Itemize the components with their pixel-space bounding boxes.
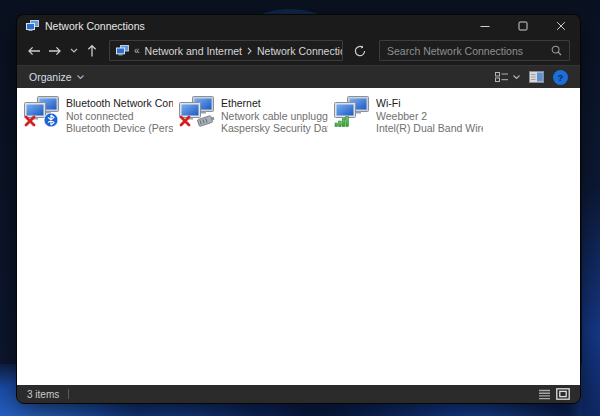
search-box[interactable]: [379, 40, 570, 61]
network-connections-window: Network Connections: [16, 14, 581, 404]
ethernet-connection-icon: [179, 96, 215, 135]
connection-item-ethernet[interactable]: Ethernet Network cable unplugged Kaspers…: [176, 95, 331, 136]
help-button[interactable]: ?: [553, 70, 568, 85]
close-button[interactable]: [542, 15, 580, 36]
change-view-button[interactable]: [495, 71, 509, 83]
address-location-icon: [116, 45, 129, 56]
connection-status: Not connected: [66, 110, 173, 123]
titlebar[interactable]: Network Connections: [17, 15, 580, 36]
statusbar-divider: [68, 389, 69, 399]
network-connections-app-icon: [26, 20, 39, 32]
connection-device: Kaspersky Security Data Escort Ad...: [221, 122, 328, 135]
breadcrumb-overflow-chevron[interactable]: «: [134, 45, 140, 56]
preview-pane-button[interactable]: [529, 71, 544, 83]
search-input[interactable]: [387, 45, 551, 57]
list-view-icon: [538, 389, 551, 400]
items-count: 3 items: [27, 389, 59, 400]
connection-item-text: Ethernet Network cable unplugged Kaspers…: [221, 96, 328, 135]
search-icon[interactable]: [551, 45, 562, 56]
breadcrumb-network-connections[interactable]: Network Connections: [257, 45, 343, 57]
status-bar: 3 items: [17, 385, 580, 403]
details-view-toggle[interactable]: [538, 389, 551, 400]
navigation-bar: « Network and Internet Network Connectio…: [17, 36, 580, 65]
window-title: Network Connections: [45, 20, 145, 32]
connections-list[interactable]: Bluetooth Network Connection Not connect…: [17, 88, 580, 385]
wifi-connection-icon: [334, 96, 370, 135]
breadcrumb-chevron-icon[interactable]: [247, 47, 252, 55]
address-bar[interactable]: « Network and Internet Network Connectio…: [109, 40, 343, 61]
connection-device: Bluetooth Device (Personal Area ...: [66, 122, 173, 135]
connection-item-wifi[interactable]: Wi-Fi Weebber 2 Intel(R) Dual Band Wirel…: [331, 95, 486, 136]
minimize-button[interactable]: [466, 15, 504, 36]
organize-label: Organize: [29, 71, 72, 83]
thumbnail-view-icon: [556, 388, 570, 400]
forward-button[interactable]: [46, 41, 64, 61]
wallpaper-right-edge: [582, 0, 600, 416]
large-icons-view-toggle[interactable]: [556, 388, 570, 400]
recent-locations-chevron[interactable]: [67, 41, 80, 61]
connection-status: Network cable unplugged: [221, 110, 328, 123]
command-toolbar: Organize ?: [17, 65, 580, 88]
organize-button[interactable]: Organize: [29, 71, 84, 83]
refresh-button[interactable]: [350, 41, 370, 61]
organize-dropdown-icon: [77, 75, 84, 79]
connection-status: Weebber 2: [376, 110, 483, 123]
preview-pane-icon: [529, 71, 544, 83]
chevron-down-icon: [513, 75, 520, 79]
connection-device: Intel(R) Dual Band Wireless-AC 82...: [376, 122, 483, 135]
breadcrumb-network-and-internet[interactable]: Network and Internet: [145, 45, 242, 57]
connection-item-bluetooth[interactable]: Bluetooth Network Connection Not connect…: [21, 95, 176, 136]
connection-name: Wi-Fi: [376, 97, 483, 110]
maximize-button[interactable]: [504, 15, 542, 36]
connection-item-text: Bluetooth Network Connection Not connect…: [66, 96, 173, 135]
details-view-icon: [495, 71, 509, 83]
change-view-dropdown[interactable]: [513, 75, 520, 79]
connection-item-text: Wi-Fi Weebber 2 Intel(R) Dual Band Wirel…: [376, 96, 483, 135]
bluetooth-connection-icon: [24, 96, 60, 135]
up-button[interactable]: [83, 41, 101, 61]
connection-name: Bluetooth Network Connection: [66, 97, 173, 110]
back-button[interactable]: [25, 41, 43, 61]
help-question-glyph: ?: [558, 72, 564, 83]
connection-name: Ethernet: [221, 97, 328, 110]
